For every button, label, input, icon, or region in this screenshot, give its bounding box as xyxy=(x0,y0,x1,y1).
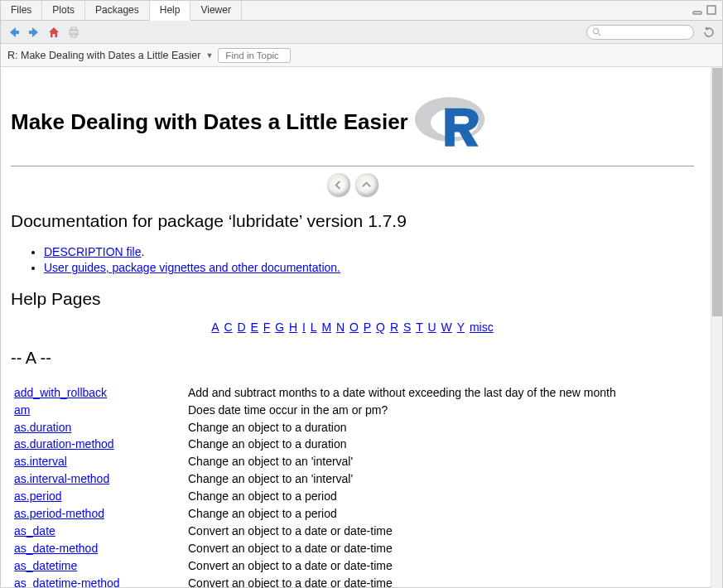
index-link[interactable]: F xyxy=(263,321,272,334)
table-row: as_datetimeConvert an object to a date o… xyxy=(11,557,619,575)
index-link[interactable]: A xyxy=(210,321,219,334)
help-link[interactable]: as.duration-method xyxy=(14,437,114,451)
svg-rect-1 xyxy=(707,6,716,14)
help-desc: Change an object to an 'interval' xyxy=(185,470,619,488)
index-link[interactable]: N xyxy=(335,321,345,334)
alpha-index: A C D E F G H I L M N O P Q R S T U W Y … xyxy=(11,321,694,334)
index-link[interactable]: O xyxy=(349,321,359,334)
help-link[interactable]: as.duration xyxy=(14,421,71,434)
index-link[interactable]: L xyxy=(310,321,318,334)
table-row: as.periodChange an object to a period xyxy=(11,488,619,505)
search-input[interactable] xyxy=(605,27,687,37)
help-table: add_with_rollbackAdd and subtract months… xyxy=(11,384,619,588)
table-row: amDoes date time occur in the am or pm? xyxy=(11,402,619,419)
table-row: as_date-methodConvert an object to a dat… xyxy=(11,540,619,557)
r-logo-icon xyxy=(412,90,491,154)
link-description-file[interactable]: DESCRIPTION file xyxy=(44,245,141,258)
help-desc: Does date time occur in the am or pm? xyxy=(185,402,619,419)
search-icon xyxy=(592,27,601,36)
maximize-window-icon[interactable] xyxy=(706,4,717,16)
section-a-heading: -- A -- xyxy=(11,349,694,368)
table-row: as_datetime-methodConvert an object to a… xyxy=(11,575,619,588)
list-item: DESCRIPTION file. xyxy=(44,244,694,260)
index-link[interactable]: C xyxy=(224,321,234,334)
tab-plots[interactable]: Plots xyxy=(42,1,85,20)
help-link[interactable]: as.interval xyxy=(14,455,67,468)
help-desc: Change an object to a period xyxy=(185,488,619,505)
scrollbar-thumb[interactable] xyxy=(712,68,722,316)
help-desc: Convert an object to a date or date-time xyxy=(185,575,619,588)
help-desc: Convert an object to a date or date-time xyxy=(185,540,619,557)
help-link[interactable]: as_datetime-method xyxy=(14,576,120,588)
help-link[interactable]: add_with_rollback xyxy=(14,386,107,399)
chevron-down-icon[interactable]: ▼ xyxy=(205,51,213,60)
help-link[interactable]: as_date xyxy=(14,524,55,537)
toolbar xyxy=(1,21,722,44)
index-link[interactable]: R xyxy=(389,321,399,334)
index-link[interactable]: U xyxy=(427,321,437,334)
index-link[interactable]: I xyxy=(301,321,306,334)
divider xyxy=(11,166,694,166)
help-link[interactable]: as.interval-method xyxy=(14,472,109,485)
tab-packages[interactable]: Packages xyxy=(85,1,150,20)
help-link[interactable]: am xyxy=(14,403,30,417)
help-desc: Convert an object to a date or date-time xyxy=(185,523,619,540)
index-link[interactable]: misc xyxy=(469,321,494,334)
index-link[interactable]: D xyxy=(237,321,247,334)
topic-title: R: Make Dealing with Dates a Little Easi… xyxy=(7,50,200,61)
svg-rect-0 xyxy=(693,12,701,14)
help-link[interactable]: as_datetime xyxy=(14,559,77,572)
table-row: as.duration-methodChange an object to a … xyxy=(11,436,619,453)
help-desc: Add and subtract months to a date withou… xyxy=(185,384,619,402)
table-row: as.interval-methodChange an object to an… xyxy=(11,470,619,488)
index-link[interactable]: M xyxy=(321,321,333,334)
help-link[interactable]: as_date-method xyxy=(14,542,98,555)
tab-files[interactable]: Files xyxy=(1,1,42,20)
index-link[interactable]: S xyxy=(402,321,412,334)
table-row: as.intervalChange an object to an 'inter… xyxy=(11,453,619,470)
doc-subtitle: Documentation for package ‘lubridate’ ve… xyxy=(11,211,694,231)
index-link[interactable]: T xyxy=(415,321,424,334)
tabs: Files Plots Packages Help Viewer xyxy=(1,1,722,21)
svg-line-6 xyxy=(598,33,600,36)
index-link[interactable]: G xyxy=(274,321,285,334)
svg-point-5 xyxy=(593,28,598,33)
tab-viewer[interactable]: Viewer xyxy=(190,1,241,20)
scrollbar[interactable] xyxy=(711,67,722,588)
index-link[interactable]: Y xyxy=(456,321,465,334)
index-link[interactable]: P xyxy=(363,321,372,334)
help-link[interactable]: as.period xyxy=(14,489,62,503)
find-in-topic-input[interactable] xyxy=(218,48,291,63)
table-row: as.durationChange an object to a duratio… xyxy=(11,419,619,436)
help-desc: Change an object to an 'interval' xyxy=(185,453,619,470)
help-document: Make Dealing with Dates a Little Easier … xyxy=(1,67,711,588)
help-desc: Convert an object to a date or date-time xyxy=(185,557,619,575)
help-pages-heading: Help Pages xyxy=(11,289,694,309)
table-row: as_dateConvert an object to a date or da… xyxy=(11,523,619,540)
index-link[interactable]: H xyxy=(288,321,298,334)
back-button[interactable] xyxy=(6,25,22,40)
home-button[interactable] xyxy=(46,25,62,40)
minimize-window-icon[interactable] xyxy=(692,4,703,16)
help-link[interactable]: as.period-method xyxy=(14,507,104,520)
nav-up-button[interactable] xyxy=(355,173,378,196)
table-row: add_with_rollbackAdd and subtract months… xyxy=(11,384,619,402)
page-title: Make Dealing with Dates a Little Easier xyxy=(11,109,408,135)
forward-button[interactable] xyxy=(26,25,42,40)
subbar: R: Make Dealing with Dates a Little Easi… xyxy=(1,44,722,67)
table-row: as.period-methodChange an object to a pe… xyxy=(11,505,619,523)
help-desc: Change an object to a duration xyxy=(185,419,619,436)
print-button[interactable] xyxy=(65,25,82,40)
index-link[interactable]: Q xyxy=(375,321,386,334)
refresh-button[interactable] xyxy=(701,25,717,40)
nav-prev-button[interactable] xyxy=(327,173,350,196)
list-item: User guides, package vignettes and other… xyxy=(44,260,694,276)
link-vignettes[interactable]: User guides, package vignettes and other… xyxy=(44,261,340,274)
index-link[interactable]: E xyxy=(250,321,259,334)
tab-help[interactable]: Help xyxy=(150,1,191,21)
help-desc: Change an object to a period xyxy=(185,505,619,523)
search-box[interactable] xyxy=(586,25,694,40)
index-link[interactable]: W xyxy=(441,321,453,334)
help-desc: Change an object to a duration xyxy=(185,436,619,453)
